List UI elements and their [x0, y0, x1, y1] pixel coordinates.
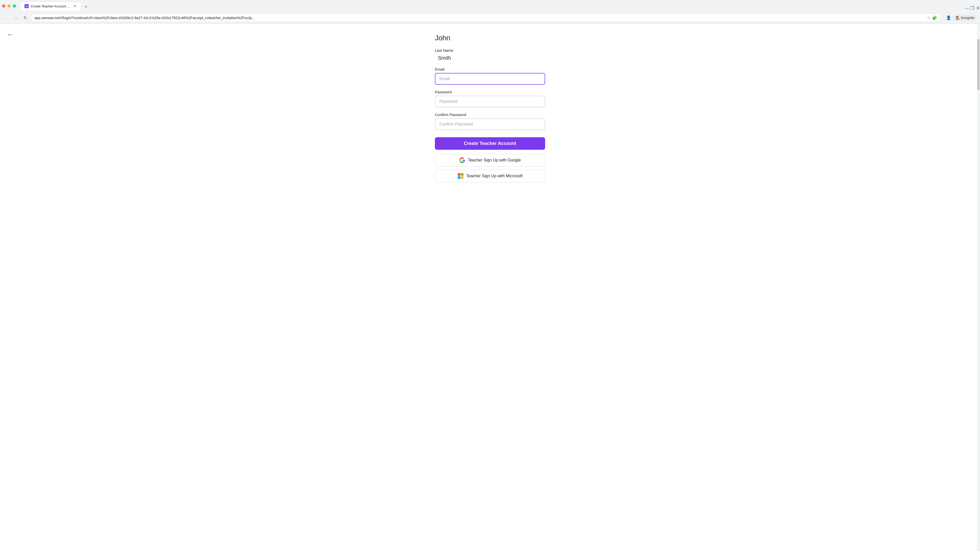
confirm-password-field-group: Confirm Password — [435, 113, 545, 130]
tab-title: Create Teacher Account - Sees… — [30, 4, 70, 8]
restore-window-button[interactable]: ❐ — [968, 4, 972, 8]
svg-rect-0 — [458, 173, 460, 176]
google-signup-label: Teacher Sign Up with Google — [468, 158, 520, 162]
google-icon — [459, 157, 465, 163]
browser-actions: 👤 🕵️ Incognito — [945, 14, 977, 21]
back-arrow-icon: ← — [7, 31, 13, 38]
window-close-button[interactable] — [2, 4, 5, 8]
minimize-window-button[interactable]: — — [963, 4, 967, 8]
svg-rect-1 — [461, 173, 463, 176]
last-name-value: Smith — [435, 54, 545, 62]
microsoft-signup-button[interactable]: Teacher Sign Up with Microsoft — [435, 170, 545, 183]
window-controls — [2, 4, 16, 8]
address-bar: ← → ↻ app.seesaw.me/#/login/?continueUrl… — [0, 12, 980, 24]
first-name-display: John — [435, 34, 545, 42]
title-bar: S Create Teacher Account - Sees… ✕ + — ❐… — [0, 0, 980, 12]
browser-chrome: S Create Teacher Account - Sees… ✕ + — ❐… — [0, 0, 980, 24]
email-input[interactable] — [435, 73, 545, 85]
scrollbar[interactable] — [977, 24, 980, 551]
tab-favicon: S — [24, 4, 29, 8]
profile-icon[interactable]: 👤 — [945, 14, 952, 21]
email-label: Email — [435, 67, 545, 71]
password-field-group: Password — [435, 90, 545, 107]
last-name-field: Last Name Smith — [435, 48, 545, 62]
scrollbar-thumb[interactable] — [977, 39, 980, 90]
password-label: Password — [435, 90, 545, 94]
form-container: John Last Name Smith Email Password Conf… — [429, 24, 551, 201]
microsoft-signup-label: Teacher Sign Up with Microsoft — [466, 174, 523, 178]
svg-rect-2 — [458, 176, 460, 179]
microsoft-icon — [458, 173, 464, 179]
back-button[interactable]: ← — [6, 30, 14, 39]
tab-bar: S Create Teacher Account - Sees… ✕ + — [18, 2, 92, 11]
url-bar[interactable]: app.seesaw.me/#/login/?continueUrl=class… — [30, 14, 941, 22]
incognito-label: Incognito — [961, 16, 974, 20]
last-name-label: Last Name — [435, 48, 545, 52]
confirm-password-input[interactable] — [435, 118, 545, 130]
window-minimize-button[interactable] — [7, 4, 11, 8]
url-actions: ☆ 🧩 — [927, 15, 937, 20]
close-window-button[interactable]: ✕ — [974, 4, 978, 8]
svg-rect-3 — [461, 176, 463, 179]
page-content: ← John Last Name Smith Email Password Co… — [0, 24, 980, 551]
tab-close-button[interactable]: ✕ — [73, 4, 77, 8]
extensions-icon[interactable]: 🧩 — [932, 15, 937, 20]
bookmark-icon[interactable]: ☆ — [927, 15, 931, 20]
google-signup-button[interactable]: Teacher Sign Up with Google — [435, 154, 545, 167]
active-tab[interactable]: S Create Teacher Account - Sees… ✕ — [20, 2, 81, 11]
incognito-badge: 🕵️ Incognito — [953, 15, 977, 21]
email-field-group: Email — [435, 67, 545, 85]
url-text: app.seesaw.me/#/login/?continueUrl=class… — [35, 16, 925, 20]
password-input[interactable] — [435, 96, 545, 107]
forward-nav-button[interactable]: → — [12, 14, 19, 21]
new-tab-button[interactable]: + — [83, 3, 89, 11]
incognito-hat-icon: 🕵️ — [956, 16, 960, 20]
confirm-password-label: Confirm Password — [435, 113, 545, 117]
reload-button[interactable]: ↻ — [21, 14, 29, 21]
create-teacher-account-button[interactable]: Create Teacher Account — [435, 137, 545, 150]
back-nav-button[interactable]: ← — [3, 14, 10, 21]
window-maximize-button[interactable] — [13, 4, 16, 8]
